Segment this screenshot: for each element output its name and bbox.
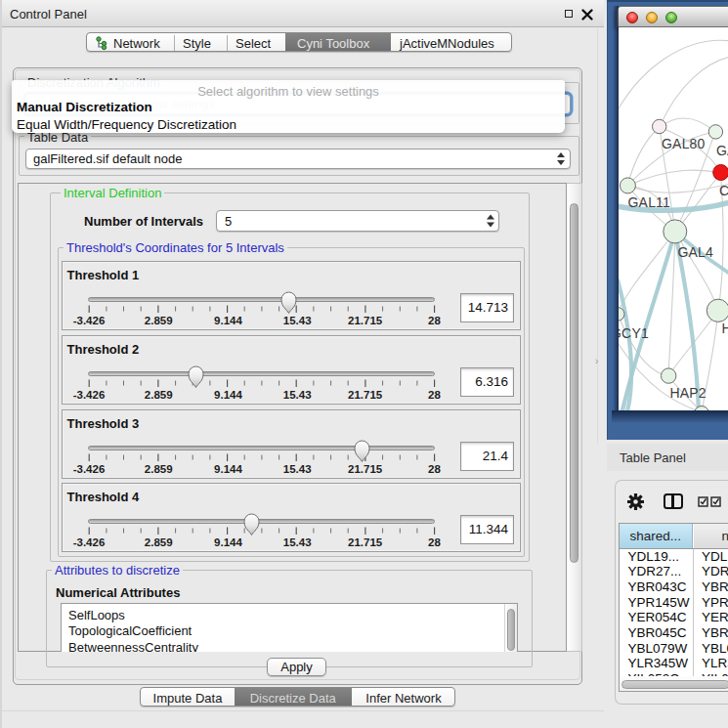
svg-text:C: C xyxy=(719,183,728,198)
svg-text:GCY1: GCY1 xyxy=(619,325,649,341)
svg-text:GA: GA xyxy=(716,143,728,158)
svg-text:GAL11: GAL11 xyxy=(627,194,670,210)
svg-text:H: H xyxy=(721,321,728,336)
svg-text:GAL80: GAL80 xyxy=(662,136,706,151)
svg-text:GAL4: GAL4 xyxy=(677,244,713,260)
svg-text:HAP2: HAP2 xyxy=(669,385,706,401)
